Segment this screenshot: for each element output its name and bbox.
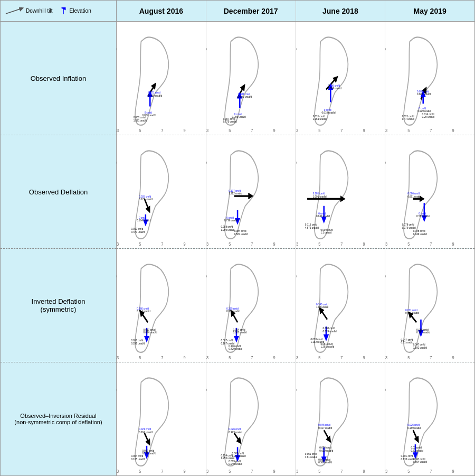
svg-text:0.47 urad/d: 0.47 urad/d xyxy=(402,117,414,120)
svg-text:0.473 urad/d: 0.473 urad/d xyxy=(131,230,145,234)
main-container: Downhill tilt Elevation Observed Inflati… xyxy=(0,0,475,476)
svg-text:10: 10 xyxy=(296,387,297,393)
svg-text:7: 7 xyxy=(430,127,432,133)
svg-text:0.369 urad/d: 0.369 urad/d xyxy=(407,426,421,430)
svg-text:9: 9 xyxy=(273,241,275,247)
row-label-1: Observed Deflation xyxy=(1,135,116,249)
svg-text:0.849 urad/d: 0.849 urad/d xyxy=(238,95,252,99)
svg-text:0.349 urad/d: 0.349 urad/d xyxy=(413,232,427,236)
chart-r3c3: 3 5 7 9 11 10 9 8 7 6 5 0.026 xyxy=(385,362,474,475)
col-header-2: June 2018 xyxy=(296,1,386,21)
svg-text:0.264 urad/d: 0.264 urad/d xyxy=(139,430,153,434)
svg-line-316 xyxy=(413,430,417,440)
svg-line-274 xyxy=(234,433,240,442)
svg-text:10: 10 xyxy=(117,46,117,52)
svg-text:7: 7 xyxy=(340,468,343,474)
svg-text:0.775 urad/d: 0.775 urad/d xyxy=(223,120,236,124)
svg-text:9: 9 xyxy=(273,354,275,360)
grid-area: August 2016 December 2017 June 2018 May … xyxy=(117,1,474,475)
col-header-3: May 2019 xyxy=(385,1,474,21)
chart-r1c3: 3 5 7 9 11 10 9 8 7 6 5 0.096 xyxy=(385,135,474,248)
svg-text:1.291 urad/d: 1.291 urad/d xyxy=(320,345,334,349)
svg-text:9: 9 xyxy=(184,468,186,474)
svg-text:5: 5 xyxy=(139,127,141,133)
svg-text:0.31 urad/d: 0.31 urad/d xyxy=(401,341,413,344)
svg-text:10: 10 xyxy=(206,160,207,165)
cell-r0c2: 3 5 7 9 11 10 9 8 7 6 5 0.086 xyxy=(296,22,386,135)
svg-text:3: 3 xyxy=(385,354,387,360)
svg-text:9: 9 xyxy=(452,127,454,133)
svg-text:0.29 urad/d: 0.29 urad/d xyxy=(422,115,434,118)
cell-r2c0: 3 5 7 9 11 10 9 8 7 6 5 0.060 xyxy=(117,249,206,362)
svg-text:3: 3 xyxy=(206,241,208,247)
svg-text:10: 10 xyxy=(206,273,207,279)
svg-text:1.269 urad/d: 1.269 urad/d xyxy=(221,228,234,231)
chart-r1c2: 3 5 7 9 11 10 9 8 7 6 5 xyxy=(296,135,385,248)
svg-line-0 xyxy=(6,8,22,14)
chart-r2c2: 3 5 7 9 11 10 9 8 7 6 5 0.140 xyxy=(296,249,385,362)
row-label-3: Observed–Inversion Residual(non-symmetri… xyxy=(1,362,116,475)
svg-text:5: 5 xyxy=(139,354,141,360)
cell-r2c3: 3 5 7 9 11 10 9 8 7 6 5 0.071 xyxy=(385,249,474,362)
svg-text:7: 7 xyxy=(340,241,343,247)
svg-text:5: 5 xyxy=(229,468,231,474)
svg-text:4.573 urad/d: 4.573 urad/d xyxy=(305,226,318,229)
svg-text:9: 9 xyxy=(363,354,365,360)
svg-text:3: 3 xyxy=(117,241,119,247)
svg-text:3: 3 xyxy=(296,468,298,474)
chart-r3c1: 3 5 7 9 11 10 9 8 7 6 5 0.026 xyxy=(206,362,296,475)
svg-text:9: 9 xyxy=(452,241,454,247)
svg-line-255 xyxy=(145,433,149,443)
data-row-1: 3 5 7 9 11 10 9 8 7 6 5 xyxy=(117,135,474,249)
cell-r1c3: 3 5 7 9 11 10 9 8 7 6 5 0.096 xyxy=(385,135,474,248)
svg-text:1.212 urad/d: 1.212 urad/d xyxy=(229,192,242,195)
svg-text:5: 5 xyxy=(318,354,320,360)
cell-r3c1: 3 5 7 9 11 10 9 8 7 6 5 0.026 xyxy=(206,362,296,475)
cell-r0c3: 3 5 7 9 11 10 9 8 7 6 5 0.052 xyxy=(385,22,474,135)
svg-text:5: 5 xyxy=(229,354,231,360)
svg-text:0.888 urad/d: 0.888 urad/d xyxy=(226,310,240,313)
svg-text:9: 9 xyxy=(273,127,275,133)
svg-text:3: 3 xyxy=(296,127,298,133)
data-row-2: 3 5 7 9 11 10 9 8 7 6 5 0.060 xyxy=(117,249,474,362)
svg-text:0.504 urad/d: 0.504 urad/d xyxy=(413,460,427,463)
svg-text:0.72 urad/d: 0.72 urad/d xyxy=(411,449,423,452)
svg-text:10: 10 xyxy=(385,273,386,279)
svg-text:5: 5 xyxy=(229,127,231,133)
svg-line-173 xyxy=(141,312,148,322)
svg-text:1.1 urad/d: 1.1 urad/d xyxy=(320,230,331,234)
cell-r0c0: 3 5 7 9 11 10 9 8 7 6 5 xyxy=(117,22,206,135)
elevation-label: Elevation xyxy=(70,8,91,14)
svg-text:3: 3 xyxy=(385,468,387,474)
row-label-0: Observed Inflation xyxy=(1,22,116,135)
svg-text:9: 9 xyxy=(184,354,186,360)
svg-text:5: 5 xyxy=(318,241,320,247)
svg-text:9: 9 xyxy=(184,241,186,247)
svg-text:10: 10 xyxy=(296,273,297,279)
svg-line-234 xyxy=(410,314,417,322)
svg-text:3: 3 xyxy=(385,241,387,247)
downhill-label: Downhill tilt xyxy=(26,8,53,14)
row-labels: Observed Inflation Observed Deflation In… xyxy=(1,22,116,475)
cell-r3c2: 3 5 7 9 11 10 9 8 7 6 5 0.045 xyxy=(296,362,386,475)
chart-r0c3: 3 5 7 9 11 10 9 8 7 6 5 0.052 xyxy=(385,22,474,135)
svg-text:7: 7 xyxy=(251,354,253,360)
svg-text:3: 3 xyxy=(206,127,208,133)
svg-text:0.367 urad/d: 0.367 urad/d xyxy=(233,331,246,334)
legend-box: Downhill tilt Elevation xyxy=(1,1,116,22)
svg-text:10: 10 xyxy=(385,46,386,52)
svg-text:10: 10 xyxy=(117,387,117,393)
svg-text:9: 9 xyxy=(452,354,454,360)
svg-text:0.736 urad/d: 0.736 urad/d xyxy=(224,219,238,222)
svg-text:1.163 urad/d: 1.163 urad/d xyxy=(312,117,326,120)
chart-r0c1: 3 5 7 9 11 10 9 8 7 6 5 0.081 xyxy=(206,22,296,135)
cell-r1c2: 3 5 7 9 11 10 9 8 7 6 5 xyxy=(296,135,386,248)
svg-text:10: 10 xyxy=(385,387,386,393)
svg-text:0.164 urad/d: 0.164 urad/d xyxy=(137,219,150,222)
svg-text:0.178 urad/d: 0.178 urad/d xyxy=(401,457,415,461)
svg-text:0.564 urad/d: 0.564 urad/d xyxy=(234,232,248,236)
chart-r0c0: 3 5 7 9 11 10 9 8 7 6 5 xyxy=(117,22,206,135)
svg-text:7: 7 xyxy=(251,468,253,474)
svg-text:0.461 urad/d: 0.461 urad/d xyxy=(405,311,419,314)
svg-text:9: 9 xyxy=(363,241,365,247)
